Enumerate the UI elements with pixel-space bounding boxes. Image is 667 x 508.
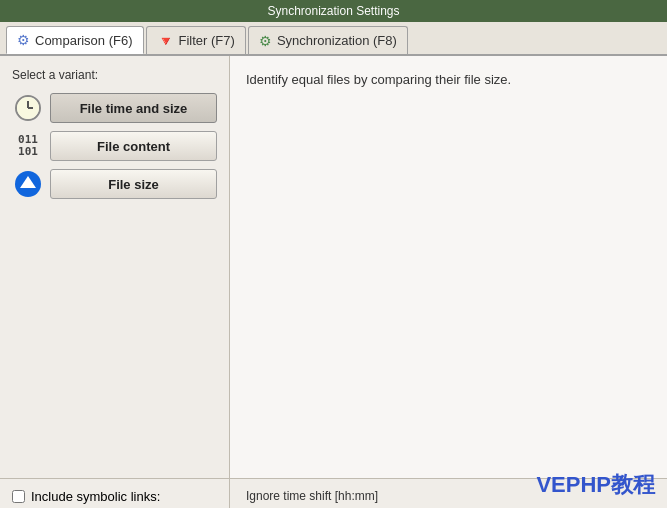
comparison-icon: ⚙ bbox=[17, 32, 30, 48]
tab-comparison-label: Comparison (F6) bbox=[35, 33, 133, 48]
include-symlinks-checkbox[interactable] bbox=[12, 490, 25, 503]
tab-sync-label: Synchronization (F8) bbox=[277, 33, 397, 48]
tabs-bar: ⚙ Comparison (F6) 🔻 Filter (F7) ⚙ Synchr… bbox=[0, 22, 667, 56]
select-variant-label: Select a variant: bbox=[12, 68, 217, 82]
description-text: Identify equal files by comparing their … bbox=[246, 70, 651, 90]
file-size-button[interactable]: File size bbox=[50, 169, 217, 199]
arrow-up-icon bbox=[12, 168, 44, 200]
tab-filter-label: Filter (F7) bbox=[179, 33, 235, 48]
file-time-size-button[interactable]: File time and size bbox=[50, 93, 217, 123]
bottom-left-panel: Include symbolic links: Follow Direct Mo… bbox=[0, 479, 230, 508]
left-panel: Select a variant: File time and size 011… bbox=[0, 56, 230, 478]
watermark: VEPHP教程 bbox=[536, 470, 655, 500]
title-bar: Synchronization Settings bbox=[0, 0, 667, 22]
tab-synchronization[interactable]: ⚙ Synchronization (F8) bbox=[248, 26, 408, 54]
sync-icon: ⚙ bbox=[259, 33, 272, 49]
window-title: Synchronization Settings bbox=[267, 4, 399, 18]
tab-filter[interactable]: 🔻 Filter (F7) bbox=[146, 26, 246, 54]
right-panel: Identify equal files by comparing their … bbox=[230, 56, 667, 478]
filter-icon: 🔻 bbox=[157, 33, 174, 49]
tab-comparison[interactable]: ⚙ Comparison (F6) bbox=[6, 26, 144, 54]
include-symlinks-label: Include symbolic links: bbox=[31, 489, 160, 504]
binary-icon: 011101 bbox=[12, 130, 44, 162]
file-content-button[interactable]: File content bbox=[50, 131, 217, 161]
clock-icon bbox=[12, 92, 44, 124]
